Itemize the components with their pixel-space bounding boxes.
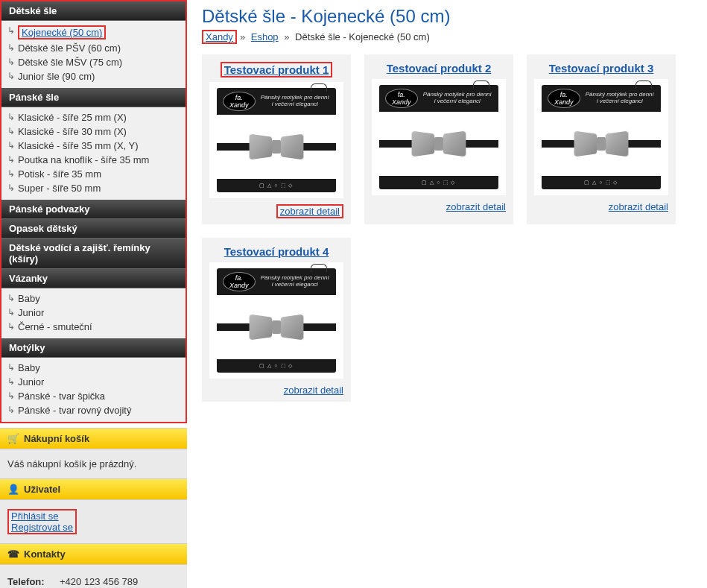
cat-item[interactable]: Potisk - šíře 35 mm bbox=[1, 167, 186, 181]
contacts-header: ☎ Kontakty bbox=[0, 543, 187, 565]
crumb-current: Dětské šle - Kojenecké (50 cm) bbox=[295, 31, 430, 42]
cat-item[interactable]: Super - šíře 50 mm bbox=[1, 181, 186, 195]
crumb-eshop[interactable]: Eshop bbox=[251, 31, 279, 42]
phone-icon: ☎ bbox=[7, 549, 19, 560]
cat-item[interactable]: Klasické - šíře 25 mm (X) bbox=[1, 110, 186, 124]
product-grid: Testovací produkt 1 fa. XandyPánský motý… bbox=[202, 54, 707, 402]
contacts-box: ☎ Kontakty Telefon: +420 123 456 789 E-m… bbox=[0, 543, 187, 588]
cart-empty-text: Váš nákupní košík je prázdný. bbox=[7, 458, 136, 470]
category-nav: Dětské šle Kojenecké (50 cm) Dětské šle … bbox=[0, 0, 187, 423]
cat-item[interactable]: Baby bbox=[1, 291, 186, 306]
cat-item[interactable]: Baby bbox=[1, 361, 186, 375]
product-card: Testovací produkt 2 fa. XandyPánský motý… bbox=[364, 54, 513, 224]
cat-header-panske-sle[interactable]: Pánské šle bbox=[1, 88, 186, 107]
cat-header-ksiry[interactable]: Dětské vodící a zajišť. řemínky (kšíry) bbox=[1, 238, 186, 269]
cat-item-kojenecke[interactable]: Kojenecké (50 cm) bbox=[1, 24, 186, 41]
product-title-link[interactable]: Testovací produkt 2 bbox=[387, 62, 492, 75]
cat-item[interactable]: Pánské - tvar rovný dvojitý bbox=[1, 403, 186, 417]
sidebar: Dětské šle Kojenecké (50 cm) Dětské šle … bbox=[0, 0, 187, 588]
product-title-link[interactable]: Testovací produkt 4 bbox=[224, 245, 329, 258]
cart-header: 🛒 Nákupní košík bbox=[0, 428, 187, 449]
cat-header-podvazky[interactable]: Pánské podvazky bbox=[1, 200, 186, 219]
contacts-body: Telefon: +420 123 456 789 E-mail: info@x… bbox=[0, 565, 187, 588]
detail-link[interactable]: zobrazit detail bbox=[284, 385, 343, 396]
user-icon: 👤 bbox=[7, 484, 19, 495]
detail-link[interactable]: zobrazit detail bbox=[609, 201, 668, 212]
cat-item[interactable]: Junior šle (90 cm) bbox=[1, 69, 186, 83]
user-box: 👤 Uživatel Přihlásit se Registrovat se bbox=[0, 478, 187, 543]
product-image[interactable]: fa. XandyPánský motýlek pro denní i veče… bbox=[534, 79, 668, 195]
cat-header-detske-sle[interactable]: Dětské šle bbox=[1, 1, 186, 21]
cat-item[interactable]: Junior bbox=[1, 375, 186, 389]
product-image[interactable]: fa. XandyPánský motýlek pro denní i veče… bbox=[209, 82, 343, 198]
phone-label: Telefon: bbox=[7, 576, 60, 587]
cat-item[interactable]: Pánské - tvar špička bbox=[1, 389, 186, 403]
login-link[interactable]: Přihlásit se bbox=[11, 510, 59, 522]
crumb-home[interactable]: Xandy bbox=[206, 31, 233, 42]
cart-box: 🛒 Nákupní košík Váš nákupní košík je prá… bbox=[0, 428, 187, 478]
cat-item[interactable]: Junior bbox=[1, 306, 186, 320]
cat-header-vazanky[interactable]: Vázanky bbox=[1, 269, 186, 288]
cat-item[interactable]: Dětské šle PŠV (60 cm) bbox=[1, 41, 186, 55]
product-image[interactable]: fa. XandyPánský motýlek pro denní i veče… bbox=[209, 262, 343, 379]
main-content: Dětské šle - Kojenecké (50 cm) Xandy» Es… bbox=[187, 0, 707, 402]
product-image[interactable]: fa. XandyPánský motýlek pro denní i veče… bbox=[372, 79, 506, 195]
product-card: Testovací produkt 1 fa. XandyPánský motý… bbox=[202, 54, 351, 224]
cat-item[interactable]: Klasické - šíře 30 mm (X) bbox=[1, 124, 186, 139]
user-header: 👤 Uživatel bbox=[0, 478, 187, 500]
product-title-link[interactable]: Testovací produkt 3 bbox=[549, 62, 654, 75]
cat-item[interactable]: Poutka na knoflík - šíře 35 mm bbox=[1, 153, 186, 167]
detail-link[interactable]: zobrazit detail bbox=[280, 206, 340, 217]
cart-body: Váš nákupní košík je prázdný. bbox=[0, 449, 187, 478]
cart-icon: 🛒 bbox=[7, 433, 19, 444]
register-link[interactable]: Registrovat se bbox=[11, 522, 73, 533]
breadcrumb: Xandy» Eshop » Dětské šle - Kojenecké (5… bbox=[202, 30, 707, 44]
cat-item[interactable]: Klasické - šíře 35 mm (X, Y) bbox=[1, 139, 186, 153]
cat-item[interactable]: Černé - smuteční bbox=[1, 320, 186, 334]
product-card: Testovací produkt 4 fa. XandyPánský motý… bbox=[202, 238, 351, 402]
cat-header-motylky[interactable]: Motýlky bbox=[1, 338, 186, 358]
product-title-link[interactable]: Testovací produkt 1 bbox=[224, 63, 329, 76]
product-card: Testovací produkt 3 fa. XandyPánský motý… bbox=[527, 54, 676, 224]
phone-value: +420 123 456 789 bbox=[60, 576, 138, 587]
cat-item[interactable]: Dětské šle MŠV (75 cm) bbox=[1, 55, 186, 69]
page-title: Dětské šle - Kojenecké (50 cm) bbox=[202, 6, 707, 27]
detail-link[interactable]: zobrazit detail bbox=[446, 201, 506, 212]
user-body: Přihlásit se Registrovat se bbox=[0, 500, 187, 543]
cat-header-opasek[interactable]: Opasek dětský bbox=[1, 219, 186, 238]
